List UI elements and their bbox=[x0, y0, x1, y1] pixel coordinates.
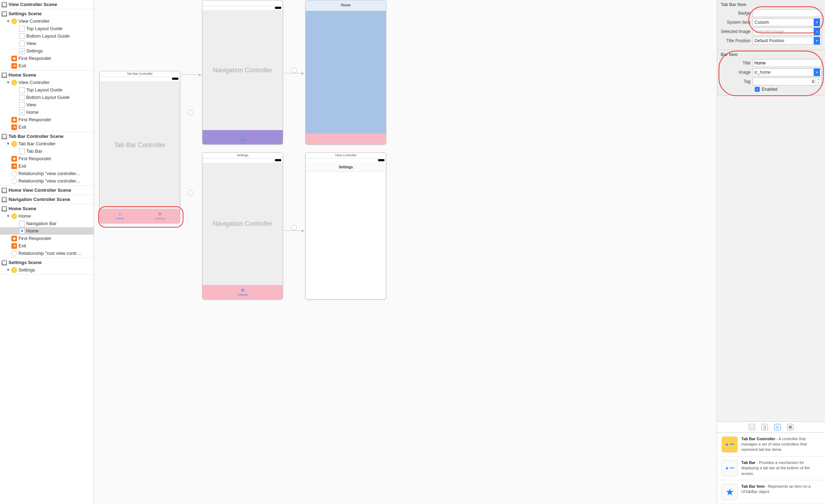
disclosure-triangle-icon[interactable]: ▼ bbox=[6, 142, 10, 146]
title-position-select[interactable]: Default Position ▾ bbox=[753, 37, 821, 45]
screen-title bbox=[203, 0, 283, 6]
screen-tabbar-controller[interactable]: Tab Bar Controller Tab Bar Controller ⌂ … bbox=[99, 71, 180, 223]
document-outline[interactable]: ▦View Controller Scene▦Settings Scene▼Vi… bbox=[0, 0, 94, 504]
tab-file-templates[interactable]: ▢ bbox=[749, 424, 755, 430]
outline-item[interactable]: Relationship "root view contr… bbox=[0, 250, 94, 257]
title-input[interactable] bbox=[753, 59, 821, 67]
outline-item[interactable]: Top Layout Guide bbox=[0, 25, 94, 32]
tab-home[interactable]: ⌂ Home bbox=[203, 130, 283, 144]
library-item[interactable]: ★ ••• Tab Bar Controller - A controller … bbox=[717, 433, 825, 457]
statusbar bbox=[203, 6, 283, 10]
exit-icon: ➜ bbox=[11, 243, 17, 249]
outline-scene-header[interactable]: ▦Tab Bar Controller Scene bbox=[0, 133, 94, 140]
screen-home-viewcontroller[interactable]: Home bbox=[305, 0, 386, 145]
scene-icon: ▦ bbox=[1, 206, 7, 212]
outline-label: View bbox=[26, 41, 36, 46]
outline-item[interactable]: ➜Exit bbox=[0, 242, 94, 250]
disclosure-triangle-icon[interactable]: ▼ bbox=[6, 214, 10, 218]
outline-label: Navigation Controller Scene bbox=[9, 197, 70, 202]
outline-label: Exit bbox=[18, 124, 26, 130]
outline-item[interactable]: ‹Home bbox=[0, 108, 94, 116]
disclosure-triangle-icon[interactable]: ▼ bbox=[6, 268, 10, 272]
outline-item[interactable]: Tab Bar bbox=[0, 147, 94, 155]
segue-node[interactable]: ◦ bbox=[291, 225, 297, 230]
disclosure-triangle-icon[interactable]: ▼ bbox=[6, 19, 10, 23]
field-enabled[interactable]: ✓ Enabled bbox=[721, 87, 821, 92]
outline-item[interactable]: Relationship "view controller… bbox=[0, 177, 94, 185]
outline-item[interactable]: View bbox=[0, 101, 94, 108]
screen-body bbox=[306, 11, 386, 134]
outline-item[interactable]: Navigation Bar bbox=[0, 220, 94, 227]
outline-item[interactable]: ▼Home bbox=[0, 212, 94, 220]
outline-item[interactable]: Top Layout Guide bbox=[0, 86, 94, 94]
library-item[interactable]: ★ Tab Bar Item - Represents an item on a… bbox=[717, 480, 825, 504]
system-item-select[interactable]: Custom ▾ bbox=[753, 18, 821, 26]
outline-item[interactable]: ➜Exit bbox=[0, 62, 94, 69]
select-value: Custom bbox=[754, 20, 769, 25]
outline-scene-header[interactable]: ▦Navigation Controller Scene bbox=[0, 196, 94, 203]
select-value: Default Position bbox=[754, 38, 784, 43]
field-label: Title Position bbox=[721, 38, 753, 43]
storyboard-canvas[interactable]: Tab Bar Controller Tab Bar Controller ⌂ … bbox=[94, 0, 717, 504]
outline-item[interactable]: Relationship "view controller… bbox=[0, 170, 94, 177]
outline-item[interactable]: ▼Settings bbox=[0, 266, 94, 274]
outline-scene-header[interactable]: ▦Home Scene bbox=[0, 205, 94, 212]
outline-item[interactable]: ◆First Responder bbox=[0, 235, 94, 242]
statusbar bbox=[203, 158, 283, 163]
home-icon: ⌂ bbox=[118, 212, 121, 217]
tabbar[interactable]: ⌂ Home ⚙ Settings bbox=[100, 209, 180, 223]
outline-label: Tab Bar Controller bbox=[18, 141, 56, 146]
tab-object-library[interactable]: ◎ bbox=[774, 424, 781, 430]
outline-item[interactable]: ‹Settings bbox=[0, 47, 94, 55]
outline-scene-header[interactable]: ▦Settings Scene bbox=[0, 10, 94, 17]
outline-scene-header[interactable]: ▦Home Scene bbox=[0, 71, 94, 79]
inspector-spacer bbox=[717, 96, 825, 421]
tab-media-library[interactable]: ▦ bbox=[787, 424, 793, 430]
outline-item[interactable]: View bbox=[0, 40, 94, 47]
tab-code-snippets[interactable]: {} bbox=[762, 424, 768, 430]
outline-item[interactable]: ★Home bbox=[0, 227, 94, 235]
screen-settings-viewcontroller[interactable]: View Controller Settings bbox=[305, 152, 386, 299]
image-select[interactable]: ic_home ▾ bbox=[753, 68, 821, 76]
tabbar[interactable]: ⚙ Settings bbox=[203, 285, 283, 299]
tag-input[interactable] bbox=[753, 78, 816, 85]
segue-arrow[interactable] bbox=[182, 71, 201, 78]
outline-item[interactable]: Bottom Layout Guide bbox=[0, 94, 94, 101]
outline-item[interactable]: Bottom Layout Guide bbox=[0, 32, 94, 40]
scene-icon: ▦ bbox=[1, 134, 7, 139]
screen-body-label: Tab Bar Controller bbox=[100, 81, 180, 209]
screen-nav-settings[interactable]: Settings Navigation Controller ⚙ Setting… bbox=[202, 152, 283, 299]
circle-icon bbox=[11, 251, 17, 256]
outline-label: Home bbox=[18, 213, 31, 219]
outline-scene-header[interactable]: ▦View Controller Scene bbox=[0, 1, 94, 8]
outline-item[interactable]: ➜Exit bbox=[0, 123, 94, 131]
outline-item[interactable]: ◆First Responder bbox=[0, 55, 94, 62]
tab-settings[interactable]: ⚙ Settings bbox=[140, 209, 180, 223]
outline-item[interactable]: ▼View Controller bbox=[0, 79, 94, 86]
tab-home[interactable]: ⌂ Home bbox=[100, 209, 140, 223]
selected-image-select[interactable]: Selected Image ▾ bbox=[753, 28, 821, 35]
object-library[interactable]: ★ ••• Tab Bar Controller - A controller … bbox=[717, 433, 825, 504]
disclosure-triangle-icon[interactable]: ▼ bbox=[6, 80, 10, 84]
tab-settings[interactable]: ⚙ Settings bbox=[203, 285, 283, 299]
outline-item[interactable]: ◆First Responder bbox=[0, 155, 94, 162]
segue-node[interactable]: ◦ bbox=[291, 67, 297, 73]
outline-scene-header[interactable]: ▦Home View Controller Scene bbox=[0, 186, 94, 194]
outline-item[interactable]: ◆First Responder bbox=[0, 116, 94, 123]
outline-scene-header[interactable]: ▦Settings Scene bbox=[0, 259, 94, 266]
segue-node[interactable]: ◦ bbox=[188, 190, 193, 196]
tag-stepper[interactable]: ▴▾ bbox=[816, 78, 821, 85]
tabbar[interactable]: ⌂ Home bbox=[203, 130, 283, 144]
outline-label: View Controller bbox=[18, 80, 50, 85]
library-mode-tabs[interactable]: ▢ {} ◎ ▦ bbox=[717, 421, 825, 433]
library-item[interactable]: ★ ••• Tab Bar - Provides a mechanism for… bbox=[717, 457, 825, 480]
segue-node[interactable]: ◦ bbox=[188, 110, 193, 116]
screen-nav-home[interactable]: Navigation Controller ⌂ Home bbox=[202, 0, 283, 145]
outline-label: Home bbox=[26, 228, 39, 234]
outline-item[interactable]: ➜Exit bbox=[0, 162, 94, 170]
badge-input[interactable] bbox=[753, 9, 821, 17]
outline-item[interactable]: ▼Tab Bar Controller bbox=[0, 140, 94, 147]
star-icon: ★ bbox=[19, 228, 25, 234]
outline-label: Relationship "view controller… bbox=[18, 178, 81, 184]
outline-item[interactable]: ▼View Controller bbox=[0, 17, 94, 25]
